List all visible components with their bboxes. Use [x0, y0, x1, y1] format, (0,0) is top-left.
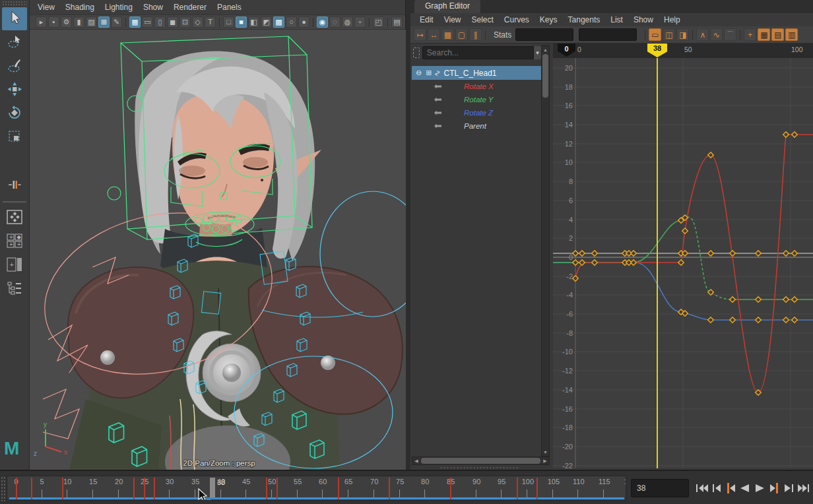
grid-icon[interactable]: ▦: [129, 16, 141, 28]
keyframe-diamond[interactable]: [631, 251, 636, 256]
region-tool[interactable]: ▢: [455, 28, 468, 41]
ge-menu-list[interactable]: List: [605, 14, 628, 26]
layout-two-pane-button[interactable]: +: [2, 254, 27, 277]
ge-menu-help[interactable]: Help: [659, 14, 686, 26]
normalized-view-button[interactable]: ◨: [676, 28, 689, 41]
retime-tool[interactable]: ∥: [469, 28, 482, 41]
pauldron-button[interactable]: [100, 350, 115, 365]
layout-four-pane-button[interactable]: +◆++: [2, 230, 27, 253]
time-snap-button[interactable]: ▦: [758, 28, 770, 41]
layout-outliner-button[interactable]: [2, 278, 27, 301]
shaded-icon[interactable]: ■: [236, 16, 247, 28]
select-tool[interactable]: [2, 7, 27, 30]
anti-aliasing-icon[interactable]: ◍: [342, 16, 353, 28]
keyframe-diamond[interactable]: [792, 317, 797, 323]
camera-attributes-icon[interactable]: ⚙: [61, 16, 72, 28]
ge-menu-view[interactable]: View: [439, 14, 467, 26]
keyframe-diamond[interactable]: [579, 260, 585, 265]
keyframe-diamond[interactable]: [708, 152, 713, 158]
wireframe-on-shaded-icon[interactable]: ◧: [248, 16, 259, 28]
graph-editor-tab[interactable]: Graph Editor: [414, 0, 480, 13]
viewport-menu-renderer[interactable]: Renderer: [168, 1, 212, 13]
go-to-start-button[interactable]: [695, 480, 709, 497]
graph-plot-area[interactable]: 20181614121086420-2-4-6-8-10-12-14-16-18…: [553, 58, 813, 468]
ge-menu-select[interactable]: Select: [466, 14, 498, 26]
ge-menu-edit[interactable]: Edit: [414, 14, 439, 26]
scrollbar-thumb[interactable]: [542, 54, 548, 98]
time-slider-grip[interactable]: [1, 476, 5, 501]
keyframe-diamond[interactable]: [792, 297, 797, 302]
move-nearest-key-tool[interactable]: ↦: [414, 28, 426, 41]
graph-time-ruler[interactable]: 0 38 050100: [553, 44, 813, 58]
play-backwards-button[interactable]: [738, 480, 753, 497]
insert-keys-tool[interactable]: ↔: [428, 28, 440, 41]
search-input[interactable]: [422, 46, 534, 59]
channel-row-parent[interactable]: Parent: [412, 119, 541, 133]
ge-menu-show[interactable]: Show: [628, 14, 659, 26]
grease-pencil-icon[interactable]: ✎: [111, 16, 122, 28]
spline-tangent-button[interactable]: ∿: [710, 28, 723, 41]
keyframe-diamond[interactable]: [579, 251, 585, 256]
search-dropdown-button[interactable]: ▼: [534, 46, 541, 59]
layout-single-pane-button[interactable]: [2, 206, 27, 230]
collapse-icon[interactable]: ⊖: [416, 69, 422, 77]
stats-value-field[interactable]: [579, 28, 637, 41]
keyframe-diamond[interactable]: [708, 251, 713, 256]
lattice-deform-tool[interactable]: ▦: [441, 28, 454, 41]
step-back-frame-button[interactable]: [709, 480, 724, 497]
keyframe-diamond[interactable]: [708, 317, 713, 323]
move-keys-button[interactable]: +: [744, 28, 756, 41]
current-frame-field[interactable]: [631, 479, 689, 497]
keyframe-diamond[interactable]: [756, 390, 761, 395]
play-forwards-button[interactable]: [753, 480, 767, 497]
multisampling-icon[interactable]: ▫: [354, 16, 366, 28]
image-plane-icon[interactable]: ▨: [86, 16, 97, 28]
expand-icon[interactable]: ⊞: [426, 69, 432, 77]
occlusion-icon[interactable]: ◉: [317, 16, 328, 28]
current-time-tag[interactable]: 38: [647, 44, 667, 57]
absolute-view-button[interactable]: ▭: [649, 28, 661, 41]
scroll-up-arrow[interactable]: ▲: [542, 46, 549, 53]
ge-menu-tangents[interactable]: Tangents: [563, 14, 606, 26]
keyframe-diamond[interactable]: [708, 290, 713, 295]
viewport-menu-shading[interactable]: Shading: [60, 1, 100, 13]
keyframe-diamond[interactable]: [730, 317, 735, 323]
safe-action-icon[interactable]: ◇: [192, 16, 203, 28]
symmetry-toggle[interactable]: [2, 174, 27, 197]
curve-rotate-y-dashed[interactable]: [687, 217, 732, 299]
tree-item-ctl-c-head1[interactable]: ⊖ ⊞ ∿ CTL_C_Head1: [412, 66, 541, 80]
safe-title-icon[interactable]: T: [205, 16, 216, 28]
channel-row-rotate-z[interactable]: Rotate Z: [412, 106, 541, 119]
keyframe-diamond[interactable]: [756, 251, 761, 256]
camera-lock-icon[interactable]: ▪: [48, 16, 59, 28]
viewport-menu-panels[interactable]: Panels: [212, 1, 247, 13]
paint-select-tool[interactable]: [2, 55, 27, 78]
keyframe-diamond[interactable]: [783, 132, 789, 137]
ge-menu-keys[interactable]: Keys: [535, 14, 563, 26]
isolate-select-icon[interactable]: ◰: [373, 16, 384, 28]
textured-icon[interactable]: ◩: [261, 16, 272, 28]
curve-rotate-y[interactable]: [553, 217, 687, 263]
rotate-tool[interactable]: [2, 102, 27, 125]
shadows-icon[interactable]: ●: [298, 16, 309, 28]
keyframe-diamond[interactable]: [631, 260, 636, 265]
field-chart-icon[interactable]: ⊡: [179, 16, 191, 28]
keyframe-diamond[interactable]: [592, 251, 597, 256]
viewport-3d-canvas[interactable]: y x z 2D Pan/Zoom : persp: [30, 30, 406, 470]
channel-row-rotate-y[interactable]: Rotate Y: [412, 93, 541, 106]
keyframe-diamond[interactable]: [792, 132, 797, 137]
use-default-material-icon[interactable]: ▩: [273, 16, 284, 28]
channel-row-rotate-x[interactable]: Rotate X: [412, 80, 541, 93]
stacked-view-button[interactable]: ◫: [663, 28, 675, 41]
keyframe-diamond[interactable]: [792, 251, 797, 256]
step-forward-key-button[interactable]: [767, 480, 782, 497]
time-slider-ruler[interactable]: 38 0510152025303540455055606570758085909…: [7, 476, 626, 501]
viewport-menu-show[interactable]: Show: [138, 1, 168, 13]
keyframe-diamond[interactable]: [783, 297, 789, 302]
scrollbar-thumb[interactable]: [421, 458, 540, 464]
film-gate-icon[interactable]: ▭: [142, 16, 153, 28]
ge-menu-curves[interactable]: Curves: [499, 14, 535, 26]
stats-time-field[interactable]: [515, 28, 573, 41]
snapshot-icon[interactable]: ▤: [391, 16, 403, 28]
scroll-right-arrow[interactable]: ▶: [541, 458, 549, 464]
